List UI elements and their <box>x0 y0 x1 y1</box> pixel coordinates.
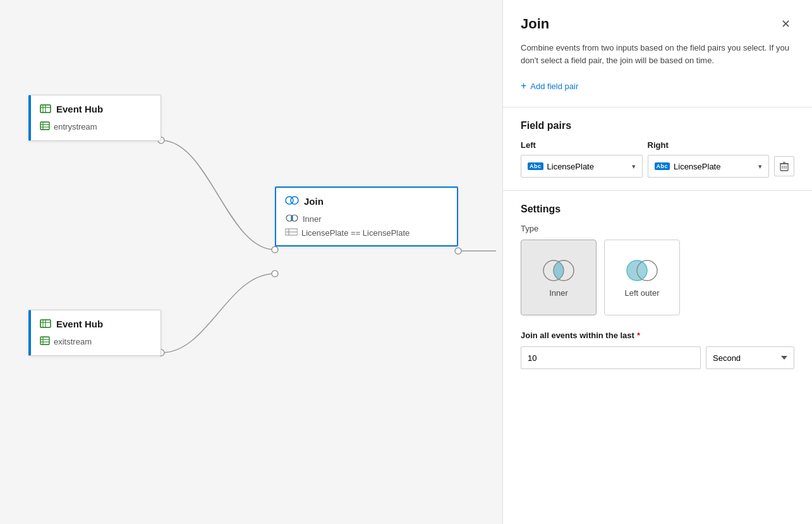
delete-field-pair-button[interactable] <box>774 156 794 176</box>
panel-header: Join ✕ <box>521 15 794 33</box>
left-outer-type-label: Left outer <box>625 288 660 298</box>
svg-rect-17 <box>40 337 49 344</box>
table-icon-1 <box>40 121 50 133</box>
type-option-inner[interactable]: Inner <box>521 240 597 315</box>
svg-point-4 <box>455 248 461 254</box>
connections-svg <box>0 0 502 524</box>
type-options: Inner Left outer <box>521 240 794 315</box>
svg-rect-9 <box>40 122 49 130</box>
join-last-label: Join all events within the last * <box>521 331 794 340</box>
type-label: Type <box>521 224 794 233</box>
event-hub-1-icon <box>40 103 51 114</box>
right-panel: Join ✕ Combine events from two inputs ba… <box>502 0 812 524</box>
svg-point-25 <box>291 215 293 221</box>
panel-title: Join <box>521 16 549 32</box>
field-pair-row-0: Abc LicensePlate ▾ Abc LicensePlate ▾ <box>521 155 794 178</box>
inner-venn-icon <box>541 258 576 283</box>
join-last-unit-select[interactable]: Second Minute Hour Day <box>706 346 794 369</box>
left-abc-badge: Abc <box>528 162 543 170</box>
svg-point-22 <box>291 197 298 204</box>
left-field-chevron: ▾ <box>632 162 636 171</box>
field-pairs-header: Left Right <box>521 140 794 150</box>
join-inner-row: Inner <box>285 214 448 224</box>
svg-point-3 <box>272 271 278 277</box>
required-star: * <box>637 331 640 340</box>
event-hub-2-stream: exitstream <box>40 336 152 348</box>
join-icon <box>285 195 299 207</box>
right-field-chevron: ▾ <box>758 162 762 171</box>
add-field-pair-button[interactable]: + Add field pair <box>521 78 794 94</box>
join-inner-icon <box>285 214 299 224</box>
event-hub-node-1[interactable]: Event Hub entrystream <box>28 95 161 141</box>
settings-section: Settings Type Inner <box>521 204 794 369</box>
type-option-left-outer[interactable]: Left outer <box>604 240 680 315</box>
join-node[interactable]: Join Inner LicensePlate == LicensePlat <box>275 186 458 247</box>
divider-2 <box>503 190 812 191</box>
trash-icon <box>780 161 789 171</box>
join-last-row: Second Minute Hour Day <box>521 346 794 369</box>
canvas-area: Event Hub entrystream <box>0 0 502 524</box>
join-last-value-input[interactable] <box>521 346 701 369</box>
event-hub-node-2[interactable]: Event Hub exitstream <box>28 310 161 356</box>
event-hub-2-title: Event Hub <box>40 318 152 329</box>
join-last-section: Join all events within the last * Second… <box>521 331 794 369</box>
field-pairs-section: Field pairs Left Right Abc LicensePlate … <box>521 120 794 190</box>
inner-type-label: Inner <box>549 288 568 298</box>
right-field-dropdown[interactable]: Abc LicensePlate ▾ <box>648 155 770 178</box>
event-hub-1-stream: entrystream <box>40 121 152 133</box>
right-column-label: Right <box>648 140 765 150</box>
divider-1 <box>503 107 812 107</box>
panel-description: Combine events from two inputs based on … <box>521 42 794 66</box>
svg-point-1 <box>272 247 278 253</box>
left-outer-venn-icon <box>624 258 660 283</box>
field-pairs-title: Field pairs <box>521 120 794 131</box>
plus-icon: + <box>521 80 526 92</box>
join-node-title: Join <box>285 195 448 207</box>
left-column-label: Left <box>521 140 638 150</box>
left-field-dropdown[interactable]: Abc LicensePlate ▾ <box>521 155 643 178</box>
right-abc-badge: Abc <box>655 162 670 170</box>
close-button[interactable]: ✕ <box>777 15 794 33</box>
join-field-condition: LicensePlate == LicensePlate <box>285 228 448 238</box>
table-icon-2 <box>40 336 50 348</box>
event-hub-2-icon <box>40 318 51 329</box>
join-condition-icon <box>285 228 298 238</box>
settings-title: Settings <box>521 204 794 215</box>
event-hub-1-title: Event Hub <box>40 103 152 114</box>
